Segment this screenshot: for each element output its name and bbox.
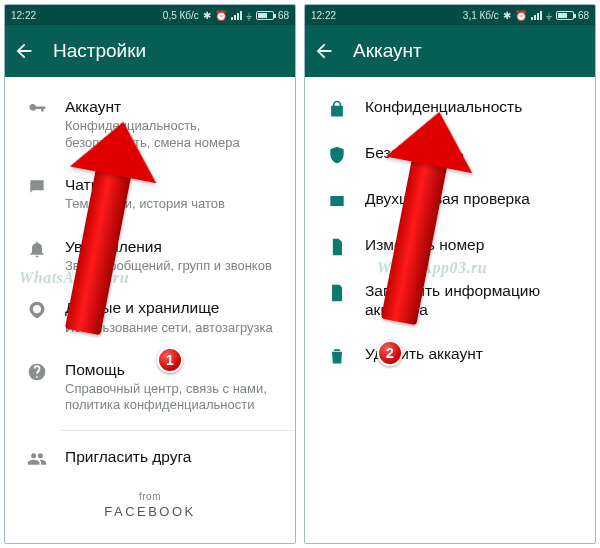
page-title: Аккаунт <box>353 40 422 62</box>
lock-icon <box>313 97 361 119</box>
settings-item-help[interactable]: Помощь Справочный центр, связь с нами, п… <box>5 348 295 426</box>
status-net: 3,1 Кб/с <box>463 10 499 21</box>
settings-item-data[interactable]: Данные и хранилище Использование сети, а… <box>5 286 295 348</box>
item-subtitle: Справочный центр, связь с нами, политика… <box>65 381 281 414</box>
status-time: 12:22 <box>311 10 336 21</box>
item-subtitle: Конфиденциальность, безопасность, смена … <box>65 118 281 151</box>
chat-icon <box>13 175 61 197</box>
wifi-icon: ⏚ <box>546 10 552 21</box>
signal-icon <box>231 11 242 20</box>
account-item-security[interactable]: Безопасность <box>305 131 595 177</box>
settings-item-notifications[interactable]: Уведомления Звуки сообщений, групп и зво… <box>5 225 295 287</box>
app-bar: Настройки <box>5 25 295 77</box>
back-arrow-icon[interactable] <box>13 40 35 62</box>
settings-item-account[interactable]: Аккаунт Конфиденциальность, безопасность… <box>5 85 295 163</box>
status-bar: 12:22 0,5 Кб/с ✱ ⏰ ⏚ 68 <box>5 5 295 25</box>
footer-from: from <box>5 491 295 502</box>
account-item-delete[interactable]: Удалить аккаунт <box>305 332 595 378</box>
status-net: 0,5 Кб/с <box>163 10 199 21</box>
alarm-icon: ⏰ <box>215 10 227 21</box>
page-title: Настройки <box>53 40 146 62</box>
alarm-icon: ⏰ <box>515 10 527 21</box>
pin-icon <box>313 189 361 211</box>
settings-list: Аккаунт Конфиденциальность, безопасность… <box>5 77 295 543</box>
settings-item-chats[interactable]: Чаты Тема, обои, история чатов <box>5 163 295 225</box>
annotation-badge: 2 <box>377 340 403 366</box>
account-item-request-info[interactable]: Запросить информацию аккаунта <box>305 269 595 332</box>
people-icon <box>13 447 61 469</box>
item-title: Конфиденциальность <box>365 97 581 116</box>
footer: from FACEBOOK <box>5 481 295 539</box>
data-icon <box>13 298 61 320</box>
item-title: Безопасность <box>365 143 581 162</box>
account-list: Конфиденциальность Безопасность Двухшаго… <box>305 77 595 543</box>
divider <box>61 430 295 431</box>
help-icon <box>13 360 61 382</box>
item-title: Пригласить друга <box>65 447 281 466</box>
annotation-badge: 1 <box>157 347 183 373</box>
bluetooth-icon: ✱ <box>503 10 511 21</box>
item-title: Данные и хранилище <box>65 298 281 317</box>
bell-icon <box>13 237 61 259</box>
shield-icon <box>313 143 361 165</box>
item-title: Аккаунт <box>65 97 281 116</box>
item-title: Двухшаговая проверка <box>365 189 581 208</box>
battery-pct: 68 <box>578 10 589 21</box>
item-title: Чаты <box>65 175 281 194</box>
back-arrow-icon[interactable] <box>313 40 335 62</box>
phone-right: 12:22 3,1 Кб/с ✱ ⏰ ⏚ 68 Аккаунт Конфиден… <box>304 4 596 544</box>
account-item-privacy[interactable]: Конфиденциальность <box>305 85 595 131</box>
item-subtitle: Звуки сообщений, групп и звонков <box>65 258 281 274</box>
status-time: 12:22 <box>11 10 36 21</box>
footer-brand: FACEBOOK <box>5 504 295 519</box>
battery-icon <box>256 11 274 20</box>
phone-left: 12:22 0,5 Кб/с ✱ ⏰ ⏚ 68 Настройки Аккаун… <box>4 4 296 544</box>
account-item-change-number[interactable]: Изменить номер <box>305 223 595 269</box>
document-icon <box>313 281 361 303</box>
wifi-icon: ⏚ <box>246 10 252 21</box>
item-subtitle: Тема, обои, история чатов <box>65 196 281 212</box>
battery-icon <box>556 11 574 20</box>
status-bar: 12:22 3,1 Кб/с ✱ ⏰ ⏚ 68 <box>305 5 595 25</box>
sim-icon <box>313 235 361 257</box>
battery-pct: 68 <box>278 10 289 21</box>
app-bar: Аккаунт <box>305 25 595 77</box>
key-icon <box>13 97 61 119</box>
account-item-two-step[interactable]: Двухшаговая проверка <box>305 177 595 223</box>
signal-icon <box>531 11 542 20</box>
bluetooth-icon: ✱ <box>203 10 211 21</box>
item-title: Изменить номер <box>365 235 581 254</box>
settings-item-invite[interactable]: Пригласить друга <box>5 435 295 481</box>
item-title: Запросить информацию аккаунта <box>365 281 581 320</box>
item-title: Уведомления <box>65 237 281 256</box>
item-subtitle: Использование сети, автозагрузка <box>65 320 281 336</box>
trash-icon <box>313 344 361 366</box>
